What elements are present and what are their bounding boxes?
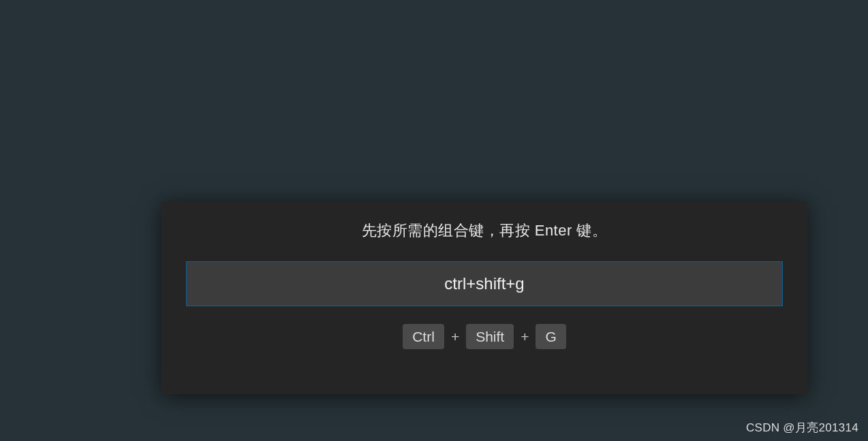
key-separator: + [450,329,461,345]
key-preview-row: Ctrl + Shift + G [403,324,566,349]
keybind-input[interactable] [187,262,782,306]
key-chip-ctrl: Ctrl [403,324,444,349]
instruction-text: 先按所需的组合键，再按 Enter 键。 [362,220,608,241]
key-chip-shift: Shift [466,324,514,349]
key-chip-g: G [536,324,565,349]
key-separator: + [519,329,530,345]
keybinding-dialog: 先按所需的组合键，再按 Enter 键。 Ctrl + Shift + G [161,201,807,394]
watermark-text: CSDN @月亮201314 [746,420,858,436]
keybind-input-wrapper[interactable] [186,261,783,306]
